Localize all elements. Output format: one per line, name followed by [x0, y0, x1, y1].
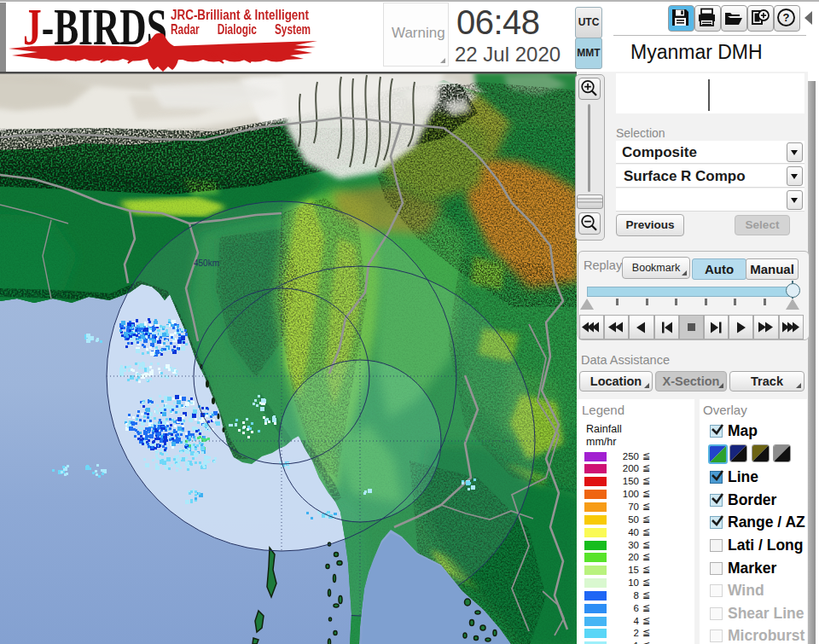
svg-text:450km: 450km	[194, 258, 219, 268]
svg-text:?: ?	[783, 11, 790, 24]
